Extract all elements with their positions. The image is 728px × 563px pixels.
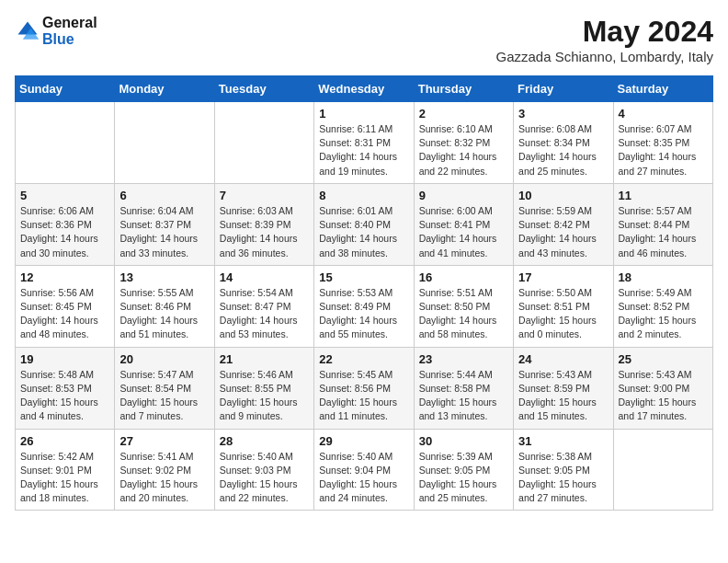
- calendar-day-cell: 26Sunrise: 5:42 AM Sunset: 9:01 PM Dayli…: [16, 429, 115, 511]
- calendar-day-cell: 14Sunrise: 5:54 AM Sunset: 8:47 PM Dayli…: [214, 265, 313, 347]
- calendar-week-row: 26Sunrise: 5:42 AM Sunset: 9:01 PM Dayli…: [16, 429, 713, 511]
- calendar-day-cell: 10Sunrise: 5:59 AM Sunset: 8:42 PM Dayli…: [514, 183, 613, 265]
- day-number: 19: [20, 352, 109, 366]
- day-info: Sunrise: 5:43 AM Sunset: 9:00 PM Dayligh…: [619, 368, 708, 424]
- calendar-day-cell: 28Sunrise: 5:40 AM Sunset: 9:03 PM Dayli…: [214, 429, 313, 511]
- day-number: 29: [319, 434, 408, 448]
- day-info: Sunrise: 6:06 AM Sunset: 8:36 PM Dayligh…: [20, 204, 109, 260]
- day-info: Sunrise: 5:59 AM Sunset: 8:42 PM Dayligh…: [518, 204, 608, 260]
- calendar-day-cell: 31Sunrise: 5:38 AM Sunset: 9:05 PM Dayli…: [514, 429, 613, 511]
- day-info: Sunrise: 5:38 AM Sunset: 9:05 PM Dayligh…: [518, 450, 608, 506]
- day-number: 11: [619, 189, 708, 202]
- day-info: Sunrise: 6:08 AM Sunset: 8:34 PM Dayligh…: [518, 122, 608, 178]
- calendar-day-cell: 23Sunrise: 5:44 AM Sunset: 8:58 PM Dayli…: [414, 347, 513, 429]
- day-number: 27: [119, 434, 209, 448]
- day-info: Sunrise: 5:45 AM Sunset: 8:56 PM Dayligh…: [319, 368, 408, 424]
- weekday-header: Monday: [115, 76, 214, 102]
- logo-icon: [15, 18, 40, 44]
- day-info: Sunrise: 6:01 AM Sunset: 8:40 PM Dayligh…: [319, 204, 408, 260]
- day-info: Sunrise: 5:40 AM Sunset: 9:04 PM Dayligh…: [319, 450, 408, 506]
- day-number: 31: [518, 434, 608, 448]
- day-number: 4: [619, 107, 708, 121]
- weekday-header: Saturday: [613, 76, 712, 102]
- calendar-day-cell: 4Sunrise: 6:07 AM Sunset: 8:35 PM Daylig…: [613, 102, 712, 184]
- month-year: May 2024: [495, 15, 713, 49]
- day-info: Sunrise: 5:54 AM Sunset: 8:47 PM Dayligh…: [220, 286, 309, 342]
- day-number: 3: [518, 107, 608, 121]
- day-info: Sunrise: 6:03 AM Sunset: 8:39 PM Dayligh…: [220, 204, 309, 260]
- calendar-week-row: 19Sunrise: 5:48 AM Sunset: 8:53 PM Dayli…: [16, 347, 713, 429]
- day-number: 16: [419, 270, 508, 284]
- day-number: 10: [518, 189, 608, 202]
- day-info: Sunrise: 5:43 AM Sunset: 8:59 PM Dayligh…: [518, 368, 608, 424]
- calendar-day-cell: 17Sunrise: 5:50 AM Sunset: 8:51 PM Dayli…: [514, 265, 613, 347]
- calendar-day-cell: 9Sunrise: 6:00 AM Sunset: 8:41 PM Daylig…: [414, 183, 513, 265]
- day-info: Sunrise: 5:51 AM Sunset: 8:50 PM Dayligh…: [419, 286, 508, 342]
- calendar-day-cell: 21Sunrise: 5:46 AM Sunset: 8:55 PM Dayli…: [214, 347, 313, 429]
- day-info: Sunrise: 5:44 AM Sunset: 8:58 PM Dayligh…: [419, 368, 508, 424]
- calendar-day-cell: 13Sunrise: 5:55 AM Sunset: 8:46 PM Dayli…: [115, 265, 214, 347]
- day-info: Sunrise: 5:53 AM Sunset: 8:49 PM Dayligh…: [319, 286, 408, 342]
- calendar-week-row: 1Sunrise: 6:11 AM Sunset: 8:31 PM Daylig…: [16, 102, 713, 184]
- day-info: Sunrise: 5:39 AM Sunset: 9:05 PM Dayligh…: [419, 450, 508, 506]
- day-info: Sunrise: 5:48 AM Sunset: 8:53 PM Dayligh…: [20, 368, 109, 424]
- calendar-table: SundayMondayTuesdayWednesdayThursdayFrid…: [15, 75, 713, 511]
- day-info: Sunrise: 5:55 AM Sunset: 8:46 PM Dayligh…: [119, 286, 209, 342]
- day-number: 20: [119, 352, 209, 366]
- day-number: 28: [220, 434, 309, 448]
- day-number: 18: [619, 270, 708, 284]
- day-number: 2: [419, 107, 508, 121]
- weekday-header: Sunday: [16, 76, 115, 102]
- day-info: Sunrise: 6:10 AM Sunset: 8:32 PM Dayligh…: [419, 122, 508, 178]
- day-info: Sunrise: 5:46 AM Sunset: 8:55 PM Dayligh…: [220, 368, 309, 424]
- calendar-day-cell: [613, 429, 712, 511]
- day-number: 1: [319, 107, 408, 121]
- calendar-day-cell: 1Sunrise: 6:11 AM Sunset: 8:31 PM Daylig…: [314, 102, 414, 184]
- calendar-day-cell: 7Sunrise: 6:03 AM Sunset: 8:39 PM Daylig…: [214, 183, 313, 265]
- day-info: Sunrise: 5:41 AM Sunset: 9:02 PM Dayligh…: [119, 450, 209, 506]
- calendar-day-cell: 8Sunrise: 6:01 AM Sunset: 8:40 PM Daylig…: [314, 183, 414, 265]
- day-number: 21: [220, 352, 309, 366]
- calendar-day-cell: 11Sunrise: 5:57 AM Sunset: 8:44 PM Dayli…: [613, 183, 712, 265]
- weekday-header: Friday: [514, 76, 613, 102]
- day-info: Sunrise: 5:47 AM Sunset: 8:54 PM Dayligh…: [119, 368, 209, 424]
- day-number: 13: [119, 270, 209, 284]
- day-number: 23: [419, 352, 508, 366]
- calendar-day-cell: 3Sunrise: 6:08 AM Sunset: 8:34 PM Daylig…: [514, 102, 613, 184]
- day-info: Sunrise: 6:07 AM Sunset: 8:35 PM Dayligh…: [619, 122, 708, 178]
- day-number: 30: [419, 434, 508, 448]
- logo-blue: Blue: [42, 31, 97, 48]
- calendar-day-cell: 5Sunrise: 6:06 AM Sunset: 8:36 PM Daylig…: [16, 183, 115, 265]
- calendar-week-row: 12Sunrise: 5:56 AM Sunset: 8:45 PM Dayli…: [16, 265, 713, 347]
- calendar-week-row: 5Sunrise: 6:06 AM Sunset: 8:36 PM Daylig…: [16, 183, 713, 265]
- day-info: Sunrise: 5:56 AM Sunset: 8:45 PM Dayligh…: [20, 286, 109, 342]
- day-number: 14: [220, 270, 309, 284]
- day-info: Sunrise: 6:00 AM Sunset: 8:41 PM Dayligh…: [419, 204, 508, 260]
- day-number: 25: [619, 352, 708, 366]
- day-number: 15: [319, 270, 408, 284]
- calendar-day-cell: 15Sunrise: 5:53 AM Sunset: 8:49 PM Dayli…: [314, 265, 414, 347]
- calendar-day-cell: 25Sunrise: 5:43 AM Sunset: 9:00 PM Dayli…: [613, 347, 712, 429]
- day-number: 17: [518, 270, 608, 284]
- calendar-day-cell: 27Sunrise: 5:41 AM Sunset: 9:02 PM Dayli…: [115, 429, 214, 511]
- calendar-day-cell: 30Sunrise: 5:39 AM Sunset: 9:05 PM Dayli…: [414, 429, 513, 511]
- day-info: Sunrise: 5:40 AM Sunset: 9:03 PM Dayligh…: [220, 450, 309, 506]
- day-number: 7: [220, 189, 309, 202]
- day-number: 5: [20, 189, 109, 202]
- day-info: Sunrise: 6:11 AM Sunset: 8:31 PM Dayligh…: [319, 122, 408, 178]
- calendar-day-cell: 12Sunrise: 5:56 AM Sunset: 8:45 PM Dayli…: [16, 265, 115, 347]
- day-number: 26: [20, 434, 109, 448]
- calendar-day-cell: [214, 102, 313, 184]
- weekday-header: Wednesday: [314, 76, 414, 102]
- day-info: Sunrise: 6:04 AM Sunset: 8:37 PM Dayligh…: [119, 204, 209, 260]
- calendar-day-cell: [115, 102, 214, 184]
- calendar-day-cell: 22Sunrise: 5:45 AM Sunset: 8:56 PM Dayli…: [314, 347, 414, 429]
- day-info: Sunrise: 5:42 AM Sunset: 9:01 PM Dayligh…: [20, 450, 109, 506]
- calendar-day-cell: 16Sunrise: 5:51 AM Sunset: 8:50 PM Dayli…: [414, 265, 513, 347]
- day-number: 6: [119, 189, 209, 202]
- day-number: 9: [419, 189, 508, 202]
- day-number: 24: [518, 352, 608, 366]
- calendar-day-cell: [16, 102, 115, 184]
- day-number: 22: [319, 352, 408, 366]
- day-number: 12: [20, 270, 109, 284]
